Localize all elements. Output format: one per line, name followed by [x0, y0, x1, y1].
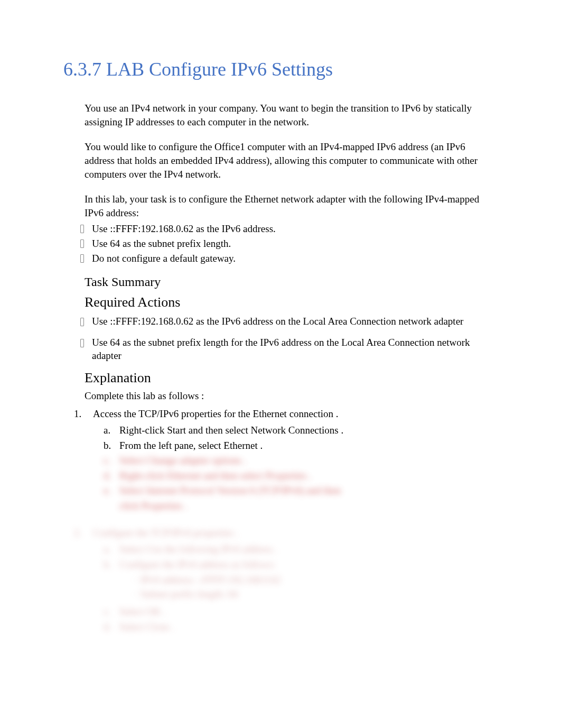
bullet-post: as the subnet prefix length. [120, 238, 231, 249]
task-bullet: Do not configure a default gateway. [79, 251, 498, 266]
steps-intro: Complete this lab as follows : [85, 390, 498, 402]
step-text: Configure the TCP/IPv6 properties . [93, 527, 239, 538]
task-bullet-list: Use ::FFFF:192.168.0.62 as the IPv6 addr… [79, 222, 498, 265]
substep-blurred: b. Configure the IPv6 address as follows… [104, 557, 498, 573]
substeps-list: a. Select Use the following IPv6 address… [104, 542, 498, 572]
substep-letter: b. [104, 438, 111, 454]
substep-blurred: d. Select Close . [104, 620, 498, 635]
step-number: 1. [74, 408, 81, 420]
step-text: Access the TCP/IPv6 properties for the E… [93, 408, 339, 419]
bullet-post: as the IPv6 address. [193, 223, 276, 234]
substep-letter: b. [104, 557, 111, 573]
substep-letter: e. [104, 483, 110, 499]
substep-letter: a. [104, 542, 110, 557]
sub-sublist: IPv6 address: ::FFFF:192.168.0.62 Subnet… [134, 573, 498, 601]
substep-blurred: click Properties . [104, 499, 498, 514]
page-title: 6.3.7 LAB Configure IPv6 Settings [63, 58, 498, 80]
intro-paragraph-1: You use an IPv4 network in your company.… [85, 102, 498, 128]
substep-text: Right-click Ethernet and then select Pro… [119, 470, 312, 481]
substep-a: a. Right-click Start and then select Net… [104, 423, 498, 438]
substep-text2: . [339, 425, 344, 436]
bullet-code: 64 [110, 238, 120, 249]
substep-blurred: a. Select Use the following IPv6 address… [104, 542, 498, 557]
required-action: Use 64 as the subnet prefix length for t… [79, 336, 498, 363]
task-summary-heading: Task Summary [85, 275, 498, 289]
substep-blurred: c. Select Change adapter options . [104, 453, 498, 468]
steps-list: 1. Access the TCP/IPv6 properties for th… [74, 408, 498, 634]
substep-letter: a. [104, 423, 110, 438]
intro-paragraph-3: In this lab, your task is to configure t… [85, 192, 498, 219]
substep-text: Select Change adapter options . [119, 455, 246, 466]
bullet-code: ::FFFF:192.168.0.62 [110, 223, 193, 234]
substep-text: click Properties . [119, 500, 187, 511]
substep-text: Configure the IPv6 address as follows: [119, 559, 275, 570]
step-number: 2. [74, 527, 81, 539]
step-2-blurred: 2. Configure the TCP/IPv6 properties . a… [74, 527, 498, 634]
required-action: Use ::FFFF:192.168.0.62 as the IPv6 addr… [79, 315, 498, 328]
required-actions-list: Use ::FFFF:192.168.0.62 as the IPv6 addr… [79, 315, 498, 363]
intro-paragraph-2: You would like to configure the Office1 … [85, 140, 498, 181]
substep-blurred: d. Right-click Ethernet and then select … [104, 468, 498, 484]
substeps-list-cont: c. Select OK . d. Select Close . [104, 604, 498, 634]
required-actions-heading: Required Actions [85, 294, 498, 310]
substep-b: b. From the left pane, select Ethernet . [104, 438, 498, 454]
substep-text: Select Close . [119, 621, 174, 632]
substep-text: Right-click Start and then select [119, 425, 251, 436]
bullet-post: Do not configure a default gateway. [92, 253, 236, 264]
substeps-list: a. Right-click Start and then select Net… [104, 423, 498, 513]
substep-letter: c. [104, 604, 110, 620]
substep-bold: Ethernet [223, 440, 257, 451]
bullet-pre: Use [92, 238, 110, 249]
substep-text: Select Use the following IPv6 address . [119, 543, 277, 555]
substep-blurred: c. Select OK . [104, 604, 498, 620]
task-bullet: Use ::FFFF:192.168.0.62 as the IPv6 addr… [79, 222, 498, 236]
sub-subitem: IPv6 address: ::FFFF:192.168.0.62 [134, 573, 498, 587]
substep-letter: d. [104, 468, 111, 484]
bullet-pre: Use [92, 223, 110, 234]
sub-subitem: Subnet prefix length: 64 [134, 587, 498, 602]
explanation-heading: Explanation [85, 370, 498, 386]
substep-text2: . [258, 440, 263, 451]
substep-letter: d. [104, 620, 111, 635]
content-body: You use an IPv4 network in your company.… [63, 102, 498, 634]
substep-text: Select OK . [119, 606, 166, 617]
substep-bold: Network Connections [251, 425, 339, 436]
step-1: 1. Access the TCP/IPv6 properties for th… [74, 408, 498, 513]
document-page: 6.3.7 LAB Configure IPv6 Settings You us… [0, 0, 561, 669]
substep-text: From the left pane, select [119, 440, 223, 451]
substep-text: Select Internet Protocol Version 6 (TCP/… [119, 485, 341, 496]
task-bullet: Use 64 as the subnet prefix length. [79, 236, 498, 251]
substep-blurred: e. Select Internet Protocol Version 6 (T… [104, 483, 498, 499]
substep-letter: c. [104, 453, 110, 468]
